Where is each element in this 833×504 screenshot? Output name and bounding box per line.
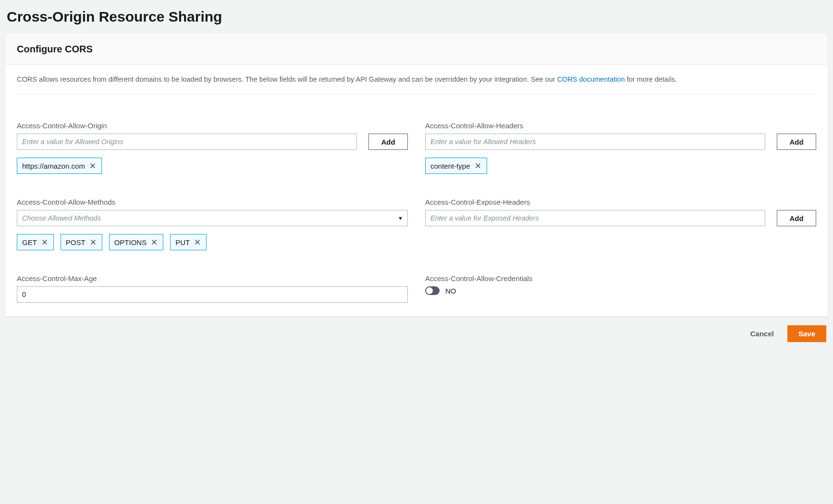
expose-headers-label: Access-Control-Expose-Headers [425,198,816,206]
allow-origin-token: https://amazon.com [17,158,102,174]
allow-credentials-field: Access-Control-Allow-Credentials NO [425,274,816,303]
allow-origin-input[interactable] [17,134,357,150]
allow-methods-token-post: POST [61,234,102,250]
allow-headers-input[interactable] [425,134,765,150]
token-label: https://amazon.com [22,162,85,170]
allow-headers-field: Access-Control-Allow-Headers Add content… [425,122,816,174]
allow-origin-field: Access-Control-Allow-Origin Add https://… [17,122,408,174]
cancel-button[interactable]: Cancel [743,325,782,342]
close-icon[interactable] [89,238,97,246]
intro-text-before: CORS allows resources from different dom… [17,75,557,83]
close-icon[interactable] [41,238,49,246]
max-age-input[interactable] [17,286,408,303]
select-placeholder: Choose Allowed Methods [22,214,101,222]
allow-origin-label: Access-Control-Allow-Origin [17,122,408,130]
panel-intro: CORS allows resources from different dom… [17,74,816,95]
allow-headers-label: Access-Control-Allow-Headers [425,122,816,130]
allow-methods-token-put: PUT [170,234,207,250]
allow-methods-field: Access-Control-Allow-Methods Choose Allo… [17,198,408,250]
expose-headers-field: Access-Control-Expose-Headers Add [425,198,816,250]
close-icon[interactable] [150,238,158,246]
form-footer: Cancel Save [5,317,828,342]
max-age-field: Access-Control-Max-Age [17,274,408,303]
allow-origin-add-button[interactable]: Add [368,134,408,150]
save-button[interactable]: Save [787,325,826,342]
panel-header: Configure CORS [5,33,828,65]
expose-headers-input[interactable] [425,210,765,226]
allow-headers-token: content-type [425,158,487,174]
token-label: PUT [175,238,190,246]
token-label: OPTIONS [114,238,147,246]
allow-headers-add-button[interactable]: Add [777,134,816,150]
max-age-label: Access-Control-Max-Age [17,274,408,283]
cors-docs-link[interactable]: CORS documentation [557,75,625,83]
intro-text-after: for more details. [625,75,677,83]
token-label: POST [66,238,86,246]
allow-credentials-state: NO [445,287,456,295]
allow-methods-label: Access-Control-Allow-Methods [17,198,408,206]
expose-headers-add-button[interactable]: Add [777,210,816,226]
close-icon[interactable] [89,162,97,170]
configure-cors-panel: Configure CORS CORS allows resources fro… [5,33,828,317]
allow-methods-token-options: OPTIONS [109,234,164,250]
allow-credentials-label: Access-Control-Allow-Credentials [425,274,816,283]
token-label: GET [22,238,37,246]
panel-heading: Configure CORS [17,44,816,55]
page-title: Cross-Origin Resource Sharing [5,0,828,33]
allow-methods-select[interactable]: Choose Allowed Methods [17,210,408,226]
toggle-knob [426,287,433,294]
allow-credentials-toggle[interactable] [425,286,440,295]
allow-methods-token-get: GET [17,234,54,250]
token-label: content-type [430,162,470,170]
close-icon[interactable] [474,162,482,170]
close-icon[interactable] [194,238,201,246]
